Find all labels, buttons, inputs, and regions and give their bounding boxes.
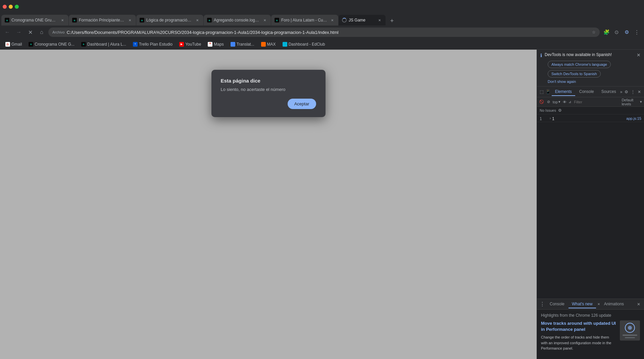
bookmark-max[interactable]: MAX	[258, 41, 279, 48]
tab-jsgame[interactable]: JS Game ✕	[339, 15, 386, 25]
tab-cronograma[interactable]: a Cronograma ONE Grupo 7 - Et... ✕	[1, 15, 68, 25]
console-clear-button[interactable]: 🚫	[539, 99, 544, 105]
address-bar[interactable]: Archivo C:/Users/flore/Documents/PROGRAM…	[48, 28, 600, 37]
tab-close-button[interactable]: ✕	[195, 17, 200, 23]
bookmark-label: YouTube	[185, 42, 201, 47]
devtools-more-options-button[interactable]: ⋮	[630, 88, 636, 96]
devtools-tab-sources[interactable]: Sources	[598, 88, 620, 96]
drawer-tab-console[interactable]: Console	[546, 300, 568, 308]
window-controls	[3, 5, 19, 9]
console-source-link[interactable]: app.js:15	[626, 116, 641, 120]
bookmark-edclub[interactable]: Dashboard - EdClub	[280, 41, 328, 48]
bookmark-cronograma[interactable]: a Cronograma ONE G...	[26, 41, 77, 48]
drawer-close-button[interactable]: ✕	[635, 301, 642, 308]
dont-show-again-link[interactable]: Don't show again	[540, 80, 641, 84]
address-bar-row: ← → ✕ ⌂ Archivo C:/Users/flore/Documents…	[0, 25, 644, 39]
back-button[interactable]: ←	[3, 28, 12, 37]
svg-rect-4	[625, 337, 635, 338]
bookmark-star-icon[interactable]: ☆	[592, 30, 596, 35]
info-icon: ℹ	[540, 53, 542, 58]
modal-accept-button[interactable]: Aceptar	[288, 99, 316, 109]
tab-foro[interactable]: a Foro | Alura Latam - Cursos on... ✕	[271, 15, 338, 25]
tab-consolelog[interactable]: a Agregando console.log | Lógic... ✕	[204, 15, 271, 25]
console-levels-selector[interactable]: Default levels ▾	[622, 98, 642, 106]
devtools-tab-console[interactable]: Console	[576, 88, 597, 96]
bookmark-label: Dashboard - EdClub	[289, 42, 325, 47]
tab-close-button[interactable]: ✕	[127, 17, 133, 23]
devtools-close-button[interactable]: ✕	[636, 88, 642, 96]
drawer-content: Highlights from the Chrome 126 update Mo…	[537, 310, 644, 359]
forward-button[interactable]: →	[14, 28, 23, 37]
new-tab-button[interactable]: +	[387, 16, 397, 25]
drawer-menu-button[interactable]: ⋮	[539, 301, 546, 308]
tab-close-button[interactable]: ✕	[377, 17, 382, 23]
no-issues-text: No Issues	[540, 108, 556, 112]
bookmark-label: Maps	[214, 42, 224, 47]
drawer-article-body: Change the order of tracks and hide them…	[541, 335, 616, 351]
tab-close-button[interactable]: ✕	[60, 17, 65, 23]
devtools-info-text: DevTools is now available in Spanish!	[545, 52, 612, 57]
chrome-menu-button[interactable]: ⋮	[632, 28, 641, 37]
console-filter-input[interactable]	[574, 100, 620, 104]
console-expand-icon[interactable]: ›	[550, 116, 551, 120]
devtools-device-toolbar-button[interactable]: 📱	[545, 88, 551, 96]
bookmark-trello[interactable]: T Trello Plan Estudio	[130, 41, 175, 48]
bookmark-maps[interactable]: 📍 Maps	[205, 41, 226, 48]
devtools-toggle-button[interactable]: ⚙	[622, 28, 631, 37]
console-context-selector[interactable]: top ▾	[553, 100, 560, 104]
bookmark-favicon	[261, 42, 266, 47]
tab-close-button[interactable]: ✕	[330, 17, 335, 23]
reload-button[interactable]: ✕	[26, 28, 35, 37]
profile-button[interactable]: ⊙	[612, 28, 621, 37]
tab-favicon: a	[207, 18, 212, 22]
tab-title: Agregando console.log | Lógic...	[214, 18, 260, 22]
bookmark-favicon: ▶	[179, 42, 184, 47]
bookmark-label: Trello Plan Estudio	[139, 42, 172, 47]
extensions-button[interactable]: 🧩	[602, 28, 611, 37]
drawer-headline: Highlights from the Chrome 126 update	[541, 313, 640, 318]
tab-close-button[interactable]: ✕	[262, 17, 267, 23]
devtools-inspect-element-button[interactable]: ⬚	[539, 88, 545, 96]
drawer-tab-animations[interactable]: Animations	[601, 300, 627, 308]
tab-title: Foro | Alura Latam - Cursos on...	[281, 18, 328, 22]
window-close-button[interactable]	[3, 5, 7, 9]
bookmark-dashboard-alura[interactable]: a Dashboard | Alura L...	[79, 41, 129, 48]
browser-frame: a Cronograma ONE Grupo 7 - Et... ✕ a For…	[0, 0, 644, 359]
banner-close-icon[interactable]: ✕	[637, 52, 641, 58]
home-button[interactable]: ⌂	[37, 28, 46, 37]
chevron-down-icon: ▾	[558, 100, 560, 104]
devtools-info-bar: ℹ DevTools is now available in Spanish! …	[540, 52, 641, 58]
always-match-language-button[interactable]: Always match Chrome's language	[548, 61, 611, 68]
svg-rect-3	[623, 335, 637, 336]
window-minimize-button[interactable]	[9, 5, 13, 9]
window-maximize-button[interactable]	[15, 5, 19, 9]
tab-title: JS Game	[349, 18, 375, 22]
bookmark-youtube[interactable]: ▶ YouTube	[177, 41, 204, 48]
devtools-tab-elements[interactable]: Elements	[552, 88, 575, 96]
bookmark-favicon	[231, 42, 235, 47]
drawer-article-row: Move tracks around with updated UI in Pe…	[541, 320, 640, 351]
tab-logica[interactable]: a Lógica de programación: sum... ✕	[136, 15, 203, 25]
bookmark-label: MAX	[267, 42, 276, 47]
drawer-tab-whatsnew[interactable]: What's new	[568, 300, 596, 308]
devtools-settings-button[interactable]: ⚙	[624, 88, 629, 96]
bookmark-gmail[interactable]: G Gmail	[3, 41, 24, 48]
console-entry: 1 › 1 app.js:15	[537, 116, 644, 122]
tab-formacion[interactable]: a Formación Principiante en Pro... ✕	[69, 15, 136, 25]
bookmark-label: Gmail	[11, 42, 22, 47]
issues-gear-icon[interactable]: ⚙	[558, 108, 562, 113]
bookmark-translate[interactable]: Translat...	[228, 41, 257, 48]
whatsnew-close-icon[interactable]: ✕	[597, 302, 600, 306]
console-eye-button[interactable]: 👁	[562, 99, 567, 105]
bookmark-favicon: a	[29, 42, 33, 47]
modal-dialog: Esta página dice Lo siento, no acertaste…	[211, 70, 326, 117]
title-bar	[0, 0, 644, 13]
chevron-down-icon: ▾	[640, 100, 642, 104]
devtools-tab-more[interactable]: »	[620, 90, 623, 94]
modal-message: Lo siento, no acertaste el número	[221, 87, 316, 92]
drawer-article-title[interactable]: Move tracks around with updated UI in Pe…	[541, 320, 616, 332]
switch-devtools-spanish-button[interactable]: Switch DevTools to Spanish	[548, 70, 601, 78]
devtools-console-content: 1 › 1 app.js:15	[537, 114, 644, 299]
tabs-bar: a Cronograma ONE Grupo 7 - Et... ✕ a For…	[0, 13, 644, 25]
modal-overlay: Esta página dice Lo siento, no acertaste…	[0, 50, 537, 359]
